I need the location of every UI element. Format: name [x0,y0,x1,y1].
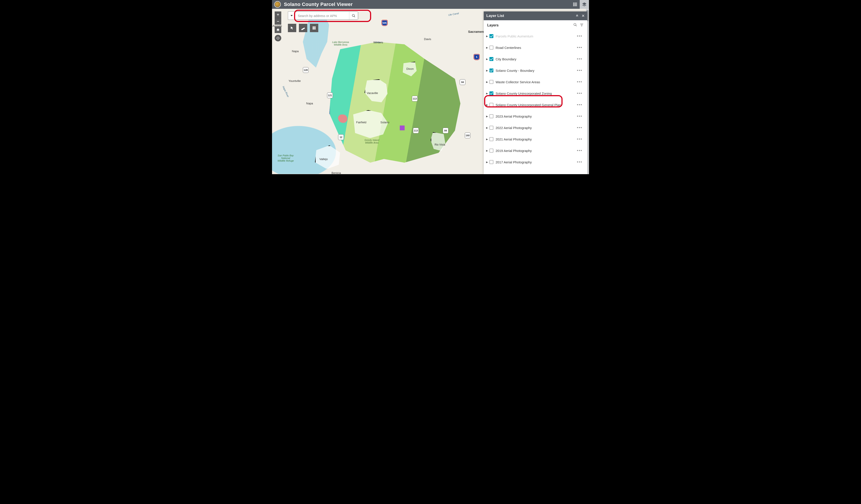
layer-visibility-checkbox[interactable] [489,92,493,95]
locate-me-button[interactable] [275,35,281,41]
map-label: Rio Vista [435,143,445,146]
layer-expand-caret[interactable]: ▶ [486,126,489,129]
panel-title: Layer List [486,14,504,18]
map-label: Winters [373,41,383,44]
panel-close-button[interactable] [582,14,585,18]
basemap-gallery-button[interactable] [310,24,318,32]
layer-visibility-checkbox[interactable] [489,126,493,130]
layer-list[interactable]: ▶Parcels Public Aumentum•••▶Road Centerl… [484,30,587,174]
layers-options-button[interactable] [580,23,584,28]
layers-search-button[interactable] [573,23,577,28]
svg-line-24 [576,25,577,26]
layer-more-button[interactable]: ••• [577,80,583,84]
layer-label[interactable]: 2022 Aerial Photography [495,126,577,130]
layer-label[interactable]: 2021 Aerial Photography [495,137,577,141]
layer-expand-caret[interactable]: ▶ [486,115,489,118]
layer-expand-caret[interactable]: ▶ [486,149,489,152]
layer-row: ▶City Boundary••• [484,53,586,65]
layer-visibility-checkbox[interactable] [489,160,493,164]
layer-more-button[interactable]: ••• [577,149,583,153]
svg-point-8 [277,37,279,39]
app-header: Solano County Parcel Viewer [272,0,589,9]
map-label: Fairfield [356,121,366,124]
measure-tool-button[interactable] [299,24,307,32]
app-root: Solano County Parcel Viewer Angwin Napa … [272,0,589,174]
layer-visibility-checkbox[interactable] [489,34,493,38]
layer-expand-caret[interactable]: ▶ [486,58,489,60]
layer-more-button[interactable]: ••• [577,34,583,39]
layer-label[interactable]: Solano County Unincorporated General Pla… [495,103,577,107]
layer-label[interactable]: Solano County - Boundary [495,69,577,72]
hwy-shield: 121 [327,93,333,98]
layer-more-button[interactable]: ••• [577,68,583,73]
layer-expand-caret[interactable]: ▶ [486,161,489,164]
layer-visibility-checkbox[interactable] [489,149,493,153]
map-label: Benicia [331,171,341,174]
panel-header-actions [576,14,585,18]
legend-button[interactable] [571,0,580,9]
zoom-in-button[interactable]: + [275,12,281,18]
layer-label[interactable]: Waste Collector Service Areas [495,80,577,84]
layer-more-button[interactable]: ••• [577,160,583,165]
svg-rect-20 [314,28,316,29]
layer-label[interactable]: 2019 Aerial Photography [495,149,577,153]
layer-more-button[interactable]: ••• [577,45,583,50]
layer-label[interactable]: 2023 Aerial Photography [495,114,577,118]
layer-label[interactable]: Parcels Public Aumentum [495,34,577,38]
layer-visibility-checkbox[interactable] [489,57,493,61]
app-title: Solano County Parcel Viewer [284,2,353,7]
layer-row: ▶Waste Collector Service Areas••• [484,76,586,88]
svg-point-14 [352,14,354,16]
layer-more-button[interactable]: ••• [577,91,583,96]
layer-expand-caret[interactable]: ▶ [486,35,489,38]
select-tool-button[interactable] [288,24,296,32]
layer-row: ▶2019 Aerial Photography••• [484,145,586,156]
svg-rect-4 [573,5,574,6]
grid-icon [312,26,316,30]
layer-label[interactable]: 2017 Aerial Photography [495,160,577,164]
layer-expand-caret[interactable]: ▶ [486,81,489,83]
layer-more-button[interactable]: ••• [577,137,583,142]
layer-expand-caret[interactable]: ▶ [486,69,489,72]
layer-label[interactable]: Road Centerlines [495,46,577,50]
canal-label: Ule Canal [448,12,459,16]
layer-visibility-checkbox[interactable] [489,69,493,72]
layer-more-button[interactable]: ••• [577,114,583,119]
layer-expand-caret[interactable]: ▶ [486,103,489,106]
caret-down-icon [290,15,293,17]
layer-visibility-checkbox[interactable] [489,80,493,84]
map-label: Napa [306,102,313,105]
layer-label[interactable]: Solano County Unincorporated Zoning [495,92,577,95]
search-source-dropdown[interactable] [288,12,295,20]
filter-list-icon [580,23,584,27]
search-input[interactable] [295,12,349,19]
svg-rect-5 [574,5,577,6]
search-box [295,12,358,20]
layer-more-button[interactable]: ••• [577,57,583,61]
panel-sub-actions [573,23,584,28]
zoom-out-button[interactable]: − [275,18,281,25]
layer-expand-caret[interactable]: ▶ [486,92,489,95]
layer-label[interactable]: City Boundary [495,57,577,61]
search-icon [352,14,355,18]
panel-collapse-button[interactable] [576,14,579,18]
search-submit-button[interactable] [349,12,358,19]
layer-visibility-checkbox[interactable] [489,137,493,141]
layer-more-button[interactable]: ••• [577,102,583,107]
svg-rect-1 [574,3,577,3]
layer-row: ▶Parcels Public Aumentum••• [484,30,586,42]
layer-row: ▶2023 Aerial Photography••• [484,111,586,122]
home-extent-button[interactable] [275,26,281,33]
hwy-shield: 128 [303,67,309,73]
layer-expand-caret[interactable]: ▶ [486,46,489,49]
layer-expand-caret[interactable]: ▶ [486,138,489,141]
layer-visibility-checkbox[interactable] [489,45,493,50]
map-label: Napa [292,50,299,53]
layer-list-toggle-button[interactable] [580,0,589,9]
layer-list-panel: Layer List Layers ▶ [484,12,587,174]
hwy-shield: 113 [412,96,418,101]
search-bar [288,12,358,20]
layer-more-button[interactable]: ••• [577,126,583,130]
layer-visibility-checkbox[interactable] [489,114,493,118]
layer-visibility-checkbox[interactable] [489,103,493,107]
